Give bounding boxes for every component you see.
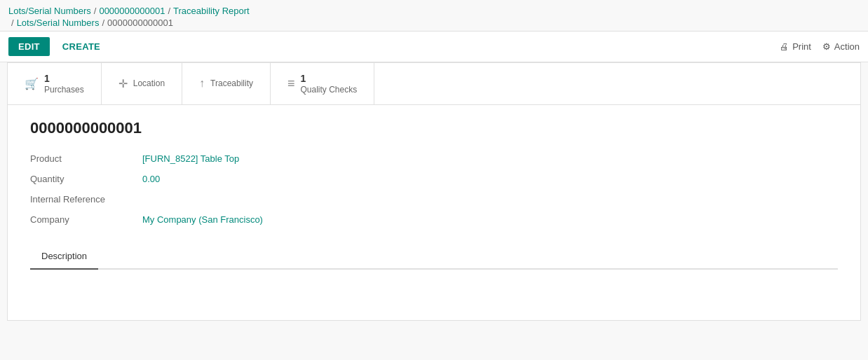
create-button[interactable]: CREATE: [55, 37, 107, 56]
quality-label: Quality Checks: [301, 85, 358, 95]
product-value[interactable]: [FURN_8522] Table Top: [142, 151, 381, 166]
location-label: Location: [133, 78, 165, 88]
action-dropdown[interactable]: Action: [822, 41, 860, 52]
cart-icon: 🛒: [25, 77, 39, 90]
quantity-value[interactable]: 0.00: [142, 172, 381, 186]
breadcrumb-lots-link-2[interactable]: Lots/Serial Numbers: [17, 18, 100, 28]
location-tab-content: Location: [133, 78, 165, 88]
traceability-tab-content: Traceability: [210, 78, 253, 88]
quality-tab-content: 1 Quality Checks: [301, 73, 358, 95]
company-label: Company: [30, 212, 142, 227]
toolbar: EDIT CREATE Print Action: [0, 31, 868, 62]
stat-tabs: 🛒 1 Purchases ✛ Location ↑ Traceability …: [8, 63, 860, 105]
record-title: 0000000000001: [30, 119, 838, 137]
tab-quality-checks[interactable]: ≡ 1 Quality Checks: [271, 63, 374, 104]
tab-location[interactable]: ✛ Location: [102, 63, 182, 104]
breadcrumb-serial-id-1[interactable]: 0000000000001: [99, 6, 165, 16]
purchases-count: 1: [44, 73, 50, 85]
print-icon: [780, 41, 789, 52]
list-icon: ≡: [287, 76, 295, 91]
record-body: 0000000000001 Product [FURN_8522] Table …: [8, 105, 860, 320]
trace-icon: ↑: [199, 77, 205, 90]
location-icon: ✛: [118, 77, 128, 90]
print-label: Print: [792, 41, 811, 52]
traceability-label: Traceability: [210, 78, 253, 88]
edit-button[interactable]: EDIT: [8, 37, 50, 56]
product-label: Product: [30, 151, 142, 166]
gear-icon: [822, 41, 831, 52]
breadcrumb-row-2: / Lots/Serial Numbers / 0000000000001: [8, 18, 860, 28]
breadcrumb-sep-3: /: [11, 18, 14, 28]
breadcrumb-sep-1: /: [94, 6, 97, 16]
toolbar-right: Print Action: [780, 41, 860, 52]
purchases-label: Purchases: [44, 85, 84, 95]
quality-count: 1: [301, 73, 306, 85]
breadcrumb-current-id: 0000000000001: [107, 18, 173, 28]
tab-purchases[interactable]: 🛒 1 Purchases: [8, 63, 102, 104]
breadcrumb-row-1: Lots/Serial Numbers / 0000000000001 / Tr…: [8, 6, 250, 16]
main-card: 🛒 1 Purchases ✛ Location ↑ Traceability …: [7, 62, 861, 321]
action-label: Action: [834, 41, 860, 52]
tab-description[interactable]: Description: [30, 244, 98, 270]
purchases-tab-content: 1 Purchases: [44, 73, 84, 95]
breadcrumb-sep-2: /: [168, 6, 170, 16]
tab-traceability[interactable]: ↑ Traceability: [182, 63, 271, 104]
breadcrumb-area: Lots/Serial Numbers / 0000000000001 / Tr…: [0, 0, 868, 31]
internal-ref-value: [142, 192, 381, 207]
breadcrumb-sep-4: /: [102, 18, 104, 28]
print-action[interactable]: Print: [780, 41, 811, 52]
tab-content-area: [30, 270, 838, 298]
internal-ref-label: Internal Reference: [30, 192, 142, 207]
company-value[interactable]: My Company (San Francisco): [142, 212, 381, 227]
quantity-label: Quantity: [30, 172, 142, 186]
breadcrumb-lots-link-1[interactable]: Lots/Serial Numbers: [8, 6, 91, 16]
tabs-bar: Description: [30, 244, 838, 270]
fields-grid: Product [FURN_8522] Table Top Quantity 0…: [30, 151, 381, 227]
breadcrumb-traceability[interactable]: Traceability Report: [173, 6, 250, 16]
